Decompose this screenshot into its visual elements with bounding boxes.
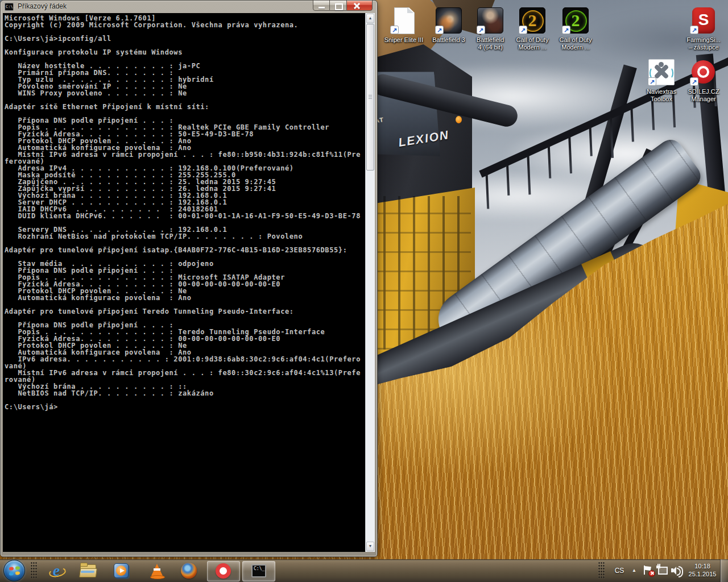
console-line: NetBIOS nad TCP/IP. . . . . . . . : zaká… — [5, 390, 365, 397]
desktop-icon-sdilej-cz-manager[interactable]: ↗ SDÍLEJ.CZ Manager — [681, 59, 726, 102]
cmd-window-icon: C:\. — [5, 3, 14, 11]
start-button[interactable] — [3, 560, 25, 581]
icon-label: Naviextras — [639, 88, 684, 95]
window-title: Příkazový řádek — [18, 2, 67, 10]
desktop: CAT LEXION ↗ Sniper Elite III ↗ Battlefi… — [0, 0, 728, 582]
icon-label: Modern ... — [510, 44, 555, 51]
icon-label: Call of Duty — [553, 36, 598, 44]
cod-mw2-gold-icon: 2 ↗ — [519, 7, 546, 34]
windows-flag-icon — [9, 566, 20, 576]
maximize-button[interactable] — [330, 0, 346, 11]
console-line: Konfigurace protokolu IP systému Windows — [5, 49, 365, 56]
close-button[interactable] — [346, 0, 373, 11]
desktop-icon-battlefield-4[interactable]: ↗ Battlefield 4 (64 bit) — [468, 7, 513, 51]
icon-label: Manager — [681, 95, 726, 103]
network-icon[interactable] — [656, 566, 668, 576]
console-line: DUID klienta DHCPv6. . . . . . . : 00-01… — [5, 213, 365, 219]
shortcut-arrow-icon: ↗ — [648, 77, 656, 86]
taskbar-grip-handle[interactable] — [598, 562, 605, 579]
shortcut-arrow-icon: ↗ — [690, 77, 698, 86]
shortcut-arrow-icon: ↗ — [562, 26, 570, 34]
console-line: Adaptér pro tunelové připojení isatap.{B… — [5, 247, 365, 253]
naviextras-icon: ↗ — [648, 59, 675, 86]
windows-explorer-icon[interactable] — [80, 563, 96, 579]
action-center-flag-icon[interactable] — [643, 566, 654, 576]
icon-label: SDÍLEJ.CZ — [681, 88, 726, 95]
console-lines: Microsoft Windows [Verze 6.1.7601]Copyri… — [3, 13, 365, 552]
desktop-icon-naviextras-toolbox[interactable]: ↗ Naviextras Toolbox — [639, 59, 684, 102]
scroll-up-button[interactable]: ▲ — [366, 14, 374, 23]
sdilej-cz-icon: ↗ — [690, 59, 717, 86]
icon-label: Sniper Elite III — [381, 36, 427, 44]
console-line: C:\Users\já> — [5, 404, 365, 410]
document-shortcut-icon: ↗ — [390, 7, 417, 34]
console-scrollbar[interactable]: ▲ ▼ — [365, 13, 375, 552]
desktop-icon-cod-modern-warfare[interactable]: 2 ↗ Call of Duty Modern ... — [510, 7, 555, 51]
desktop-icon-battlefield-3[interactable]: ↗ Battlefield 3 — [426, 7, 471, 44]
shortcut-arrow-icon: ↗ — [519, 26, 527, 34]
icon-label: Modern ... — [553, 44, 598, 51]
icon-label: FarmingSi... — [681, 36, 726, 44]
internet-explorer-icon[interactable]: e — [48, 563, 64, 579]
farming-simulator-icon: S ↗ — [690, 7, 717, 34]
console-line: WINS Proxy povoleno . . . . . . . : Ne — [5, 90, 365, 97]
console-line: Rozhraní NetBios nad protokolem TCP/IP. … — [5, 233, 365, 240]
volume-icon[interactable] — [671, 566, 682, 576]
console-area: Microsoft Windows [Verze 6.1.7601]Copyri… — [3, 13, 375, 552]
shortcut-arrow-icon: ↗ — [390, 26, 399, 34]
icon-label: 4 (64 bit) — [468, 44, 513, 51]
minimize-button[interactable] — [313, 0, 330, 11]
console-line: Automatická konfigurace povolena : Ano — [5, 294, 365, 301]
command-prompt-taskbar-button[interactable]: C:\_ — [242, 561, 275, 581]
desktop-icon-farming-simulator[interactable]: S ↗ FarmingSi... – zástupce — [681, 7, 726, 51]
console-line: Místní IPv6 adresa v rámci propojení . .… — [5, 369, 365, 376]
language-indicator[interactable]: CS — [612, 559, 627, 582]
console-line: IPv6 adresa. . . . . . . . . . . : 2001:… — [5, 356, 365, 363]
taskbar-clock[interactable]: 10:18 25.1.2015 — [686, 562, 719, 578]
opera-icon — [216, 563, 231, 579]
maximize-icon — [335, 3, 343, 10]
console-line: Adaptér pro tunelové připojení Teredo Tu… — [5, 308, 365, 315]
command-prompt-window: C:\. Příkazový řádek Microsoft Windows [… — [0, 0, 378, 557]
desktop-icon-cod-modern-warfare-2[interactable]: 2 ↗ Call of Duty Modern ... — [553, 7, 598, 51]
cmd-icon: C:\_ — [251, 564, 266, 577]
icon-label: Call of Duty — [510, 36, 555, 44]
shortcut-arrow-icon: ↗ — [690, 26, 698, 34]
taskbar-grip-handle[interactable] — [31, 562, 38, 579]
cod-mw2-green-icon: 2 ↗ — [562, 7, 589, 34]
shortcut-arrow-icon: ↗ — [477, 26, 485, 34]
icon-label: Toolbox — [639, 95, 684, 103]
scroll-down-button[interactable]: ▼ — [366, 542, 374, 551]
opera-taskbar-button[interactable] — [207, 561, 240, 581]
console-line: Copyright (c) 2009 Microsoft Corporation… — [5, 22, 365, 28]
console-line: Místní IPv6 adresa v rámci propojení . .… — [5, 151, 365, 158]
icon-label: Battlefield 3 — [426, 36, 471, 44]
vlc-icon[interactable] — [149, 563, 165, 579]
firefox-icon[interactable] — [181, 563, 197, 579]
battlefield4-icon: ↗ — [477, 7, 504, 34]
hidden-icons-chevron[interactable]: ▲ — [629, 559, 639, 582]
taskbar: e C:\_ CS ▲ 10:18 25. — [0, 559, 728, 582]
console-line — [5, 397, 365, 404]
clock-date: 25.1.2015 — [686, 570, 719, 578]
wallpaper-signal-light — [456, 116, 462, 123]
windows-media-player-icon[interactable] — [113, 563, 129, 579]
shortcut-arrow-icon: ↗ — [435, 26, 444, 34]
show-desktop-button[interactable] — [720, 559, 728, 582]
battlefield3-icon: ↗ — [435, 7, 462, 34]
scrollbar-thumb[interactable] — [366, 24, 374, 171]
desktop-icon-sniper-elite-3[interactable]: ↗ Sniper Elite III — [381, 7, 427, 44]
console-line: C:\Users\já>ipconfig/all — [5, 35, 365, 42]
caption-buttons — [313, 0, 373, 11]
clock-time: 10:18 — [686, 562, 719, 570]
scrollbar-grip — [369, 95, 372, 99]
minimize-icon — [318, 7, 325, 9]
icon-label: Battlefield — [468, 36, 513, 44]
icon-label: – zástupce — [681, 44, 726, 51]
console-line: Adaptér sítě Ethernet Připojení k místní… — [5, 103, 365, 110]
